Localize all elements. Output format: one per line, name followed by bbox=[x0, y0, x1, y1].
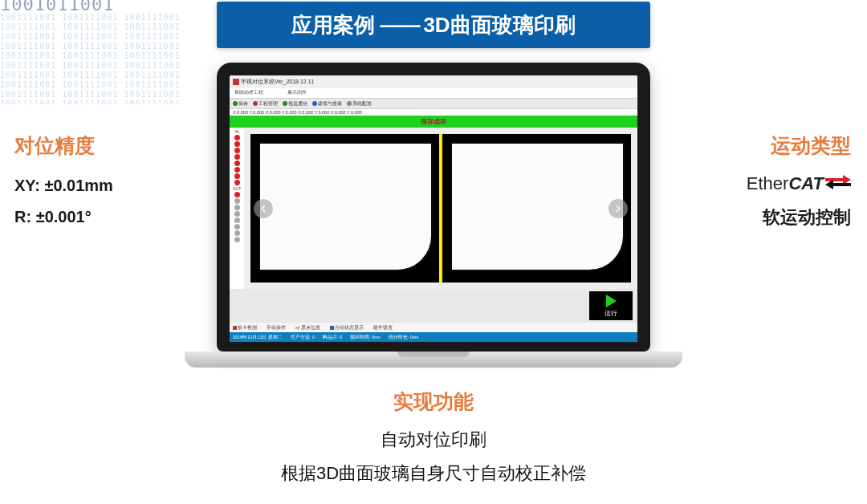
next-camera-icon[interactable] bbox=[609, 199, 628, 218]
run-label: 运行 bbox=[604, 309, 617, 318]
led-in-6 bbox=[234, 167, 240, 173]
motion-sub: 软运动控制 bbox=[722, 205, 851, 230]
precision-block: 对位精度 XY: ±0.01mm R: ±0.001° bbox=[14, 132, 175, 239]
led-in-7 bbox=[234, 173, 240, 179]
card-icon bbox=[233, 326, 237, 330]
led-in-2 bbox=[234, 141, 240, 147]
app-toolbar: 保存 工程管理 视觉通信 建模与搜索 系统配置 bbox=[230, 98, 637, 109]
sidebar-out-label: OUT bbox=[230, 186, 243, 191]
function-heading: 实现功能 bbox=[0, 388, 867, 415]
led-in-3 bbox=[234, 148, 240, 153]
prev-camera-icon[interactable] bbox=[254, 199, 273, 218]
bottom-date: 2018年12月11日 星期二 bbox=[233, 335, 283, 340]
laptop-bezel: 宇视对位系统Ver_2018.12.11 帮助动作工程 展示四件 保存 工程管理… bbox=[217, 63, 650, 352]
led-out-1 bbox=[234, 192, 240, 197]
app-title: 宇视对位系统Ver_2018.12.11 bbox=[241, 78, 314, 86]
system-icon bbox=[347, 101, 352, 106]
coords-readout: X:0.000 Y:0.000 X:0.000 Y:0.000 X:0.000 … bbox=[230, 109, 637, 116]
led-out-6 bbox=[234, 224, 240, 230]
led-out-3 bbox=[234, 205, 240, 210]
status-hardware[interactable]: 硬件设置 bbox=[373, 325, 393, 331]
ethercat-logo: EtherCAT bbox=[722, 173, 851, 194]
toolbar-project[interactable]: 工程管理 bbox=[253, 100, 278, 108]
led-in-5 bbox=[234, 161, 240, 166]
motion-block: 运动类型 EtherCAT 软运动控制 bbox=[722, 132, 851, 230]
camera-canvas bbox=[244, 128, 637, 289]
bottom-prod: 生产空运: 0 bbox=[291, 335, 315, 340]
display-icon bbox=[330, 326, 334, 330]
status-origin[interactable]: xy 原点位置 bbox=[295, 325, 320, 331]
toolbar-modeling[interactable]: 建模与搜索 bbox=[312, 100, 342, 108]
motion-heading: 运动类型 bbox=[722, 132, 851, 159]
project-icon bbox=[253, 101, 258, 106]
camera-left-pane bbox=[250, 134, 442, 282]
laptop: 宇视对位系统Ver_2018.12.11 帮助动作工程 展示四件 保存 工程管理… bbox=[185, 63, 682, 368]
led-out-8 bbox=[234, 237, 240, 242]
status-banner: 保存成功 bbox=[230, 116, 637, 128]
ethercat-ether: Ether bbox=[747, 173, 789, 194]
io-sidebar: IN OUT bbox=[230, 128, 244, 289]
led-out-7 bbox=[234, 230, 240, 236]
toolbar-system[interactable]: 系统配置 bbox=[347, 100, 372, 108]
precision-r: R: ±0.001° bbox=[14, 208, 175, 226]
toolbar-save[interactable]: 保存 bbox=[233, 100, 248, 108]
save-icon bbox=[233, 101, 238, 106]
sidebar-in-label: IN bbox=[230, 129, 243, 134]
ethercat-cat: CAT bbox=[788, 173, 824, 194]
bottom-cycle: 循环时间: 0ms bbox=[350, 335, 380, 340]
led-in-8 bbox=[234, 180, 240, 185]
glass-left bbox=[258, 142, 433, 271]
app-titlebar: 宇视对位系统Ver_2018.12.11 bbox=[230, 75, 637, 88]
play-icon bbox=[606, 295, 617, 307]
status-manual[interactable]: 手动操作 bbox=[267, 325, 286, 331]
app-main-area: IN OUT bbox=[230, 128, 637, 289]
title-banner: 应用案例 —— 3D曲面玻璃印刷 bbox=[217, 2, 650, 48]
status-auto-display[interactable]: 自动状态显示 bbox=[330, 325, 364, 331]
bottom-stats: 统计时长: 0ms bbox=[389, 335, 418, 340]
precision-xy: XY: ±0.01mm bbox=[14, 177, 175, 195]
run-button[interactable]: 运行 bbox=[589, 291, 633, 320]
app-menubar: 帮助动作工程 展示四件 bbox=[230, 88, 637, 98]
precision-heading: 对位精度 bbox=[14, 132, 175, 159]
app-icon bbox=[233, 79, 239, 85]
ethercat-arrows-icon bbox=[825, 175, 851, 193]
status-row: 板卡检测 手动操作 xy 原点位置 自动状态显示 硬件设置 bbox=[230, 323, 637, 332]
led-out-2 bbox=[234, 198, 240, 204]
app-window: 宇视对位系统Ver_2018.12.11 帮助动作工程 展示四件 保存 工程管理… bbox=[230, 75, 637, 342]
toolbar-vision[interactable]: 视觉通信 bbox=[283, 100, 307, 108]
bottom-bar: 2018年12月11日 星期二 生产空运: 0 料品占: 0 循环时间: 0ms… bbox=[230, 332, 637, 342]
title-prefix: 应用案例 bbox=[291, 11, 375, 39]
function-line-1: 自动对位印刷 bbox=[0, 428, 867, 452]
function-block: 实现功能 自动对位印刷 根据3D曲面玻璃自身尺寸自动校正补偿 bbox=[0, 388, 867, 495]
bottom-material: 料品占: 0 bbox=[323, 335, 342, 340]
status-card-detect[interactable]: 板卡检测 bbox=[233, 325, 257, 331]
modeling-icon bbox=[312, 101, 317, 106]
laptop-base bbox=[185, 352, 682, 368]
camera-right-pane bbox=[442, 134, 631, 282]
led-in-1 bbox=[234, 135, 240, 140]
led-out-4 bbox=[234, 211, 240, 217]
glass-right bbox=[450, 142, 625, 271]
vision-icon bbox=[283, 101, 287, 106]
title-suffix: 3D曲面玻璃印刷 bbox=[423, 11, 575, 39]
function-line-2: 根据3D曲面玻璃自身尺寸自动校正补偿 bbox=[0, 461, 867, 486]
menu-item-1[interactable]: 帮助动作工程 bbox=[234, 89, 263, 98]
run-row: 运行 bbox=[230, 289, 637, 323]
title-dash: —— bbox=[380, 13, 418, 38]
led-out-5 bbox=[234, 217, 240, 223]
led-in-4 bbox=[234, 154, 240, 160]
menu-item-2[interactable]: 展示四件 bbox=[287, 89, 307, 98]
